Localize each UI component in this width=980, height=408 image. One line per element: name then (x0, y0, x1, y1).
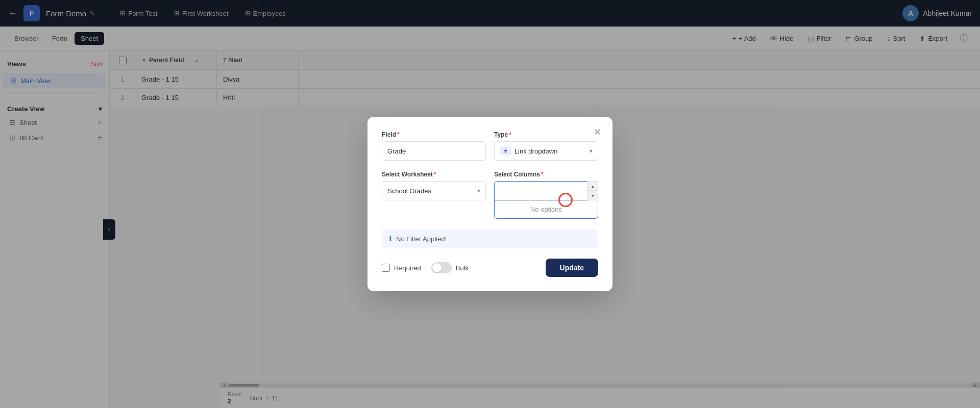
field-label: Field * (382, 131, 486, 138)
required-checkbox-label[interactable]: Required (382, 264, 421, 272)
info-icon: ℹ (389, 234, 392, 243)
columns-input-box (494, 181, 598, 200)
edit-field-modal: ✕ Field * Type * ▼ Link dropdown ▾ (368, 117, 612, 291)
type-label: Type * (494, 131, 598, 138)
columns-scroll-down-button[interactable]: ▾ (587, 191, 598, 200)
worksheet-select-button[interactable]: School Grades ▾ (382, 181, 486, 200)
worksheet-group: Select Worksheet * School Grades ▾ (382, 171, 486, 219)
modal-close-button[interactable]: ✕ (590, 125, 604, 139)
bulk-toggle-switch[interactable] (431, 262, 452, 273)
update-button[interactable]: Update (546, 259, 598, 277)
field-group: Field * (382, 131, 486, 161)
columns-group: Select Columns * ▴ ▾ No options (494, 171, 598, 219)
type-select-button[interactable]: ▼ Link dropdown ▾ (494, 141, 598, 161)
required-checkbox[interactable] (382, 264, 390, 272)
columns-input-wrapper: ▴ ▾ No options (494, 181, 598, 219)
modal-worksheet-columns-row: Select Worksheet * School Grades ▾ Selec… (382, 171, 598, 219)
chevron-down-icon: ▾ (590, 147, 593, 155)
select-columns-label: Select Columns * (494, 171, 598, 178)
select-worksheet-label: Select Worksheet * (382, 171, 486, 178)
modal-field-type-row: Field * Type * ▼ Link dropdown ▾ (382, 131, 598, 161)
toggle-knob (432, 263, 442, 272)
columns-search-input[interactable] (500, 187, 583, 195)
columns-dropdown: No options (494, 200, 598, 219)
bulk-toggle-section: Bulk (431, 262, 469, 273)
modal-overlay: ✕ Field * Type * ▼ Link dropdown ▾ (0, 0, 980, 408)
chevron-down-icon-2: ▾ (477, 187, 480, 194)
modal-bottom-controls: Required Bulk Update (382, 259, 598, 277)
modal-bottom-left: Required Bulk (382, 262, 469, 273)
type-group: Type * ▼ Link dropdown ▾ (494, 131, 598, 161)
field-input[interactable] (382, 141, 486, 161)
columns-scroll-buttons: ▴ ▾ (587, 181, 598, 200)
no-filter-info-bar: ℹ No Filter Applied! (382, 229, 598, 248)
columns-scroll-up-button[interactable]: ▴ (587, 181, 598, 191)
